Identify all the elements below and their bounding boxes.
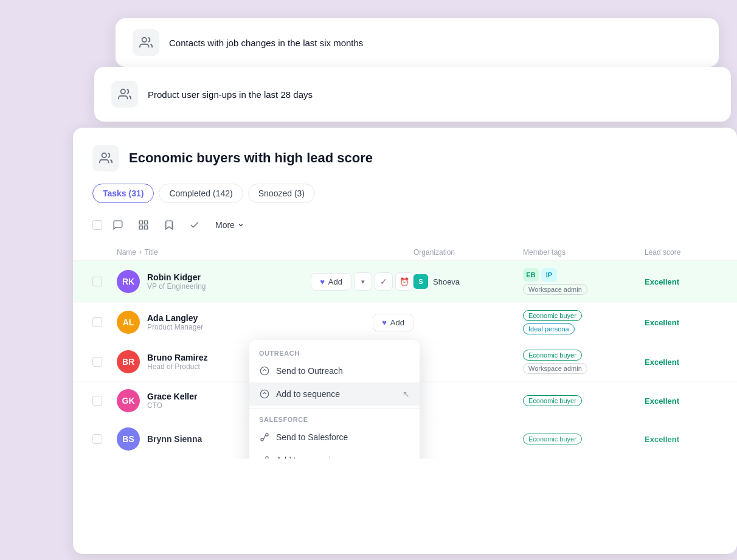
action-buttons-1: ♥ Add ▾ ✓ ⏰ xyxy=(311,272,413,291)
contact-title-2: Product Manager xyxy=(147,323,365,331)
tag-ip-1: IP xyxy=(541,268,557,282)
alarm-btn-1[interactable]: ⏰ xyxy=(395,272,413,291)
add-button-1[interactable]: ♥ Add xyxy=(311,273,351,291)
table-rows: RK Robin Kidger VP of Engineering ♥ Add … xyxy=(73,261,737,458)
lead-score-1: Excellent xyxy=(645,277,718,286)
tag-ecbuyer-2: Economic buyer xyxy=(523,310,582,321)
tab-bar: Tasks (31) Completed (142) Snoozed (3) xyxy=(73,184,737,203)
svg-rect-4 xyxy=(145,221,148,224)
main-card-icon xyxy=(92,145,119,171)
dropdown-section-salesforce: SALESFORCE xyxy=(249,411,420,426)
toolbar-grid-icon[interactable] xyxy=(134,215,153,235)
main-card: Economic buyers with high lead score Tas… xyxy=(73,128,737,554)
org-cell-1: S Shoeva xyxy=(413,274,523,289)
contacts-icon xyxy=(133,29,159,56)
contact-info-1: Robin Kidger VP of Engineering xyxy=(147,272,303,291)
add-button-2[interactable]: ♥ Add xyxy=(373,314,413,331)
tab-tasks[interactable]: Tasks (31) xyxy=(92,184,154,203)
dropdown-add-to-campaign[interactable]: Add to campaign xyxy=(249,449,420,458)
contact-title-1: VP of Engineering xyxy=(147,282,303,291)
avatar-1: RK xyxy=(117,270,140,293)
svg-rect-6 xyxy=(145,226,148,229)
toolbar-check-icon[interactable] xyxy=(185,215,204,235)
row-checkbox-4[interactable] xyxy=(92,396,102,406)
row-checkbox-3[interactable] xyxy=(92,357,102,367)
lead-score-3: Excellent xyxy=(645,358,718,367)
tags-cell-1: EB IP Workspace admin xyxy=(523,268,645,295)
avatar-4: GK xyxy=(117,389,140,412)
col-lead-score: Lead score xyxy=(645,248,718,257)
salesforce-icon xyxy=(259,432,270,443)
dropdown-menu: OUTREACH Send to Outreach xyxy=(249,340,420,458)
svg-point-2 xyxy=(102,153,106,157)
dropdown-section-outreach: OUTREACH xyxy=(249,345,420,359)
check-btn-1[interactable]: ✓ xyxy=(375,272,393,291)
lead-score-5: Excellent xyxy=(645,435,718,444)
tab-snoozed[interactable]: Snoozed (3) xyxy=(248,184,315,203)
action-buttons-2: ♥ Add xyxy=(373,314,413,331)
svg-rect-3 xyxy=(139,221,142,224)
signups-icon xyxy=(111,81,138,108)
tag-ecbuyer-4: Economic buyer xyxy=(523,395,582,406)
col-member-tags: Member tags xyxy=(523,248,645,257)
card-back-2: Contacts with job changes in the last si… xyxy=(116,18,719,67)
contact-info-2: Ada Langley Product Manager xyxy=(147,313,365,331)
main-title: Economic buyers with high lead score xyxy=(129,150,373,166)
avatar-3: BR xyxy=(117,350,140,373)
tags-cell-3: Economic buyer Workspace admin xyxy=(523,350,645,374)
row-checkbox-5[interactable] xyxy=(92,434,102,444)
tags-cell-2: Economic buyer Ideal persona xyxy=(523,310,645,334)
toolbar-message-icon[interactable] xyxy=(108,215,128,235)
contact-cell-1: RK Robin Kidger VP of Engineering ♥ Add … xyxy=(117,270,413,293)
main-header: Economic buyers with high lead score xyxy=(73,128,737,171)
tags-cell-5: Economic buyer xyxy=(523,434,645,444)
dropdown-send-to-outreach[interactable]: Send to Outreach xyxy=(249,359,420,382)
toolbar-bookmark-icon[interactable] xyxy=(159,215,179,235)
card-back-1-title: Product user sign-ups in the last 28 day… xyxy=(148,89,313,100)
org-logo-1: S xyxy=(413,274,428,289)
table-header: Name + Title Organization Member tags Le… xyxy=(73,244,737,261)
campaign-icon xyxy=(259,455,270,458)
svg-rect-5 xyxy=(139,226,142,229)
contact-name-2: Ada Langley xyxy=(147,313,365,323)
tag-idealpersona-2: Ideal persona xyxy=(523,323,575,334)
sequence-icon xyxy=(259,389,270,399)
org-name-1: Shoeva xyxy=(433,277,460,286)
table-row: AL Ada Langley Product Manager ♥ Add xyxy=(73,303,737,342)
tag-wsadmin-1: Workspace admin xyxy=(523,284,587,295)
row-checkbox-1[interactable] xyxy=(92,277,102,286)
svg-point-0 xyxy=(142,38,147,42)
tag-eb-1: EB xyxy=(523,268,539,282)
tags-cell-4: Economic buyer xyxy=(523,395,645,406)
avatar-5: BS xyxy=(117,427,140,451)
lead-score-4: Excellent xyxy=(645,396,718,406)
row-checkbox-2[interactable] xyxy=(92,317,102,327)
more-button[interactable]: More xyxy=(210,218,249,232)
col-organization: Organization xyxy=(413,248,523,257)
outreach-icon xyxy=(259,365,270,376)
card-back-1: Product user sign-ups in the last 28 day… xyxy=(94,67,731,122)
col-name-title: Name + Title xyxy=(117,248,413,257)
dropdown-divider-1 xyxy=(249,408,420,409)
dropdown-send-to-salesforce[interactable]: Send to Salesforce xyxy=(249,426,420,449)
card-back-2-title: Contacts with job changes in the last si… xyxy=(169,38,363,48)
add-chevron-1[interactable]: ▾ xyxy=(354,272,372,291)
tag-wsadmin-3: Workspace admin xyxy=(523,363,587,374)
svg-point-1 xyxy=(121,89,125,94)
table-row: RK Robin Kidger VP of Engineering ♥ Add … xyxy=(73,261,737,303)
tag-ecbuyer-5: Economic buyer xyxy=(523,434,582,444)
dropdown-add-to-sequence[interactable]: Add to sequence ↖ xyxy=(249,382,420,406)
tag-ecbuyer-3: Economic buyer xyxy=(523,350,582,361)
toolbar: More xyxy=(73,215,737,235)
tab-completed[interactable]: Completed (142) xyxy=(159,184,243,203)
select-all-checkbox[interactable] xyxy=(92,220,102,230)
avatar-2: AL xyxy=(117,311,140,334)
contact-cell-2: AL Ada Langley Product Manager ♥ Add xyxy=(117,311,413,334)
lead-score-2: Excellent xyxy=(645,318,718,327)
contact-name-1: Robin Kidger xyxy=(147,272,303,282)
